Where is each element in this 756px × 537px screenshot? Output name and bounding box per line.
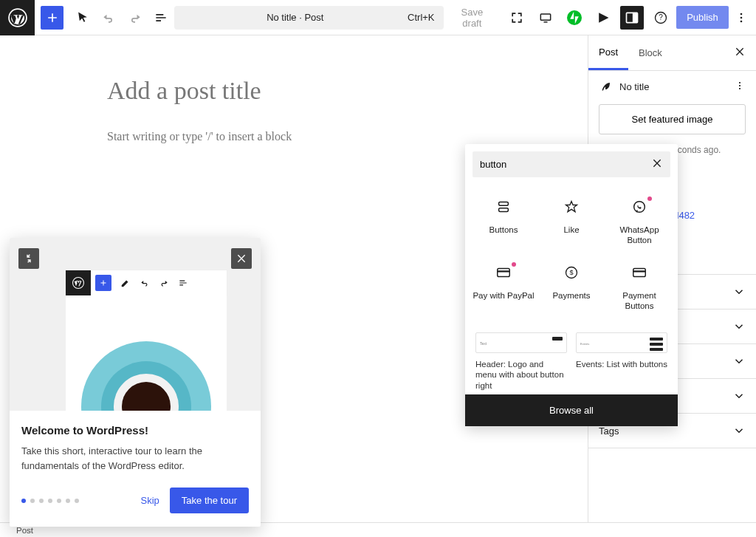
document-overview-button[interactable] (148, 4, 173, 31)
tour-heading: Welcome to WordPress! (21, 424, 249, 437)
undo-icon (101, 10, 116, 25)
star-icon (564, 198, 579, 216)
tour-skip-button[interactable]: Skip (131, 489, 170, 512)
wordpress-logo-button[interactable] (0, 0, 35, 35)
tab-block[interactable]: Block (628, 37, 673, 69)
close-sidebar-button[interactable] (729, 46, 750, 60)
tour-step-dots (21, 499, 79, 503)
fullscreen-icon (509, 10, 524, 25)
svg-text:?: ? (659, 13, 663, 21)
undo-button[interactable] (96, 4, 122, 31)
block-label: Payment Buttons (608, 290, 670, 312)
settings-sidebar-toggle[interactable] (619, 4, 645, 31)
tools-select-button[interactable] (69, 4, 95, 31)
svg-point-11 (739, 88, 740, 89)
pencil-icon (116, 278, 135, 288)
step-dot[interactable] (66, 499, 70, 503)
dollar-icon: $ (564, 264, 579, 281)
block-inserter-toggle[interactable] (41, 6, 63, 30)
chevron-down-icon (732, 320, 746, 333)
block-results-grid: Buttons Like WhatsApp Button Pay with Pa… (465, 177, 678, 326)
svg-rect-15 (498, 268, 510, 276)
help-button[interactable]: ? (647, 4, 673, 31)
close-icon (734, 46, 746, 58)
jetpack-button[interactable] (561, 4, 587, 31)
step-dot[interactable] (30, 499, 35, 503)
redo-button[interactable] (122, 4, 148, 31)
whatsapp-icon (631, 198, 647, 216)
sidebar-icon (620, 6, 644, 30)
card-icon (495, 264, 512, 281)
svg-rect-12 (499, 202, 509, 206)
sidebar-tabs: Post Block (588, 35, 756, 71)
block-buttons[interactable]: Buttons (470, 191, 537, 253)
block-payments[interactable]: $ Payments (537, 256, 605, 319)
tour-minimize-button[interactable] (18, 248, 39, 269)
preview-button[interactable] (532, 4, 558, 31)
block-label: Payments (552, 290, 590, 301)
svg-rect-13 (499, 208, 509, 212)
step-dot[interactable] (57, 499, 61, 503)
set-featured-image-button[interactable]: Set featured image (599, 104, 746, 134)
svg-point-10 (739, 85, 740, 86)
send-button[interactable] (590, 4, 616, 31)
save-draft-button[interactable]: Save draft (444, 7, 501, 29)
browse-all-button[interactable]: Browse all (465, 394, 678, 426)
more-options-button[interactable] (732, 4, 752, 31)
pattern-preview: Events (576, 332, 667, 353)
tour-text: Take this short, interactive tour to lea… (21, 444, 249, 473)
block-like[interactable]: Like (537, 191, 605, 253)
pattern-results: Text Header: Logo and menu with about bu… (465, 326, 678, 395)
pattern-card[interactable]: Text Header: Logo and menu with about bu… (475, 332, 567, 392)
block-whatsapp[interactable]: WhatsApp Button (605, 191, 673, 253)
svg-rect-3 (632, 13, 637, 22)
step-dot[interactable] (48, 499, 52, 503)
view-fullscreen-button[interactable] (504, 4, 529, 31)
pattern-card[interactable]: Events Events: List with buttons (576, 332, 667, 392)
tour-start-button[interactable]: Take the tour (170, 488, 249, 513)
chevron-down-icon (732, 389, 746, 403)
clear-search-button[interactable] (651, 157, 663, 171)
block-label: Pay with PayPal (472, 290, 534, 301)
svg-rect-16 (498, 270, 510, 272)
step-dot[interactable] (21, 499, 26, 503)
svg-text:$: $ (569, 269, 573, 276)
collapse-icon (23, 253, 35, 264)
block-inserter-popover: Buttons Like WhatsApp Button Pay with Pa… (465, 144, 678, 426)
undo-icon (135, 278, 154, 288)
wordpress-icon (8, 8, 27, 27)
svg-point-21 (73, 278, 84, 289)
card-icon (631, 264, 647, 281)
step-dot[interactable] (75, 499, 79, 503)
help-icon: ? (653, 10, 668, 25)
doc-actions-button[interactable] (734, 80, 746, 94)
chevron-down-icon (732, 424, 746, 437)
publish-button[interactable]: Publish (676, 6, 729, 29)
svg-rect-1 (540, 14, 550, 20)
svg-point-6 (740, 13, 743, 15)
post-content-input[interactable]: Start writing or type '/' to insert a bl… (107, 130, 550, 143)
post-title-input[interactable]: Add a post title (107, 77, 550, 105)
tour-close-button[interactable] (231, 248, 252, 269)
wordpress-icon (66, 270, 91, 295)
step-dot[interactable] (39, 499, 44, 503)
pattern-caption: Events: List with buttons (576, 359, 667, 370)
svg-point-8 (740, 20, 743, 22)
inserter-search (472, 151, 670, 177)
block-paypal[interactable]: Pay with PayPal (470, 256, 537, 319)
close-icon (236, 253, 247, 264)
inserter-search-input[interactable] (480, 159, 651, 170)
document-bar: No title · Post Ctrl+K (174, 6, 444, 30)
breadcrumb-item[interactable]: Post (16, 526, 33, 535)
tab-post[interactable]: Post (588, 36, 628, 70)
plus-icon (95, 275, 111, 291)
document-switcher[interactable]: No title · Post Ctrl+K (174, 6, 444, 30)
list-view-icon (173, 278, 193, 288)
tour-hero (10, 238, 261, 411)
accordion-label: Tags (599, 425, 619, 437)
block-label: Buttons (489, 225, 518, 235)
kebab-icon (734, 10, 749, 25)
tour-mini-toolbar (66, 270, 227, 295)
feather-icon (599, 81, 612, 94)
block-payment-buttons[interactable]: Payment Buttons (605, 256, 673, 319)
